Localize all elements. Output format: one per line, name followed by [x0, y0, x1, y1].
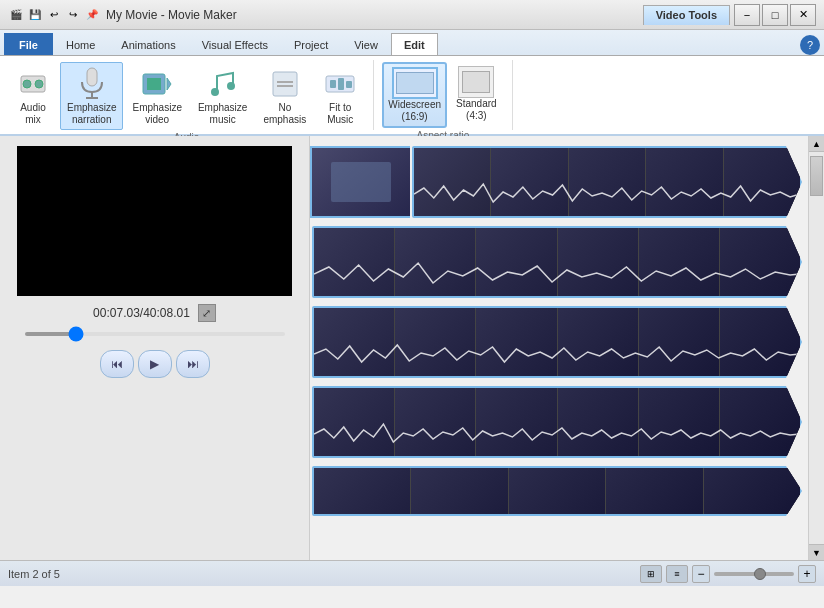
- track-5-content: [314, 468, 800, 514]
- track-4-container: [310, 386, 802, 458]
- tab-edit[interactable]: Edit: [391, 33, 438, 55]
- svg-rect-17: [346, 81, 352, 88]
- svg-point-9: [211, 88, 219, 96]
- emphasize-video-button[interactable]: Emphasize video: [125, 62, 188, 130]
- play-button[interactable]: ▶: [138, 350, 172, 378]
- narration-icon: [74, 66, 110, 102]
- scroll-up-button[interactable]: ▲: [809, 136, 824, 152]
- svg-rect-16: [338, 78, 344, 90]
- status-bar: Item 2 of 5 ⊞ ≡ − +: [0, 560, 824, 586]
- track-2-content: [314, 228, 800, 296]
- narration-label: Emphasize narration: [67, 102, 116, 126]
- tab-visual-effects[interactable]: Visual Effects: [189, 33, 281, 55]
- video-tools-tab[interactable]: Video Tools: [643, 5, 730, 25]
- scroll-thumb[interactable]: [810, 156, 823, 196]
- preview-panel: 00:07.03/40:08.01 ⤢ ⏮ ▶ ⏭: [0, 136, 310, 560]
- status-icons: ⊞ ≡: [640, 565, 688, 583]
- svg-rect-15: [330, 80, 336, 88]
- track-4[interactable]: [312, 386, 802, 458]
- save-icon[interactable]: 💾: [27, 7, 43, 23]
- zoom-slider[interactable]: [714, 572, 794, 576]
- grid-view-button[interactable]: ⊞: [640, 565, 662, 583]
- emphasize-music-button[interactable]: Emphasize music: [191, 62, 254, 130]
- fit-music-label: Fit to Music: [327, 102, 353, 126]
- redo-icon[interactable]: ↪: [65, 7, 81, 23]
- no-emphasis-button[interactable]: No emphasis: [256, 62, 313, 130]
- svg-rect-8: [147, 78, 161, 90]
- ribbon-group-audio: Audio mix Emphasize narration: [0, 60, 374, 130]
- track-1-thumb: [310, 146, 410, 218]
- video-label: Emphasize video: [132, 102, 181, 126]
- audio-mix-icon: [15, 66, 51, 102]
- rewind-button[interactable]: ⏮: [100, 350, 134, 378]
- standard-button[interactable]: Standard (4:3): [449, 62, 504, 126]
- audio-mix-button[interactable]: Audio mix: [8, 62, 58, 130]
- tab-project[interactable]: Project: [281, 33, 341, 55]
- scroll-down-button[interactable]: ▼: [809, 544, 824, 560]
- minimize-button[interactable]: −: [734, 4, 760, 26]
- undo-icon[interactable]: ↩: [46, 7, 62, 23]
- audio-buttons: Audio mix Emphasize narration: [8, 62, 365, 130]
- zoom-in-button[interactable]: +: [798, 565, 816, 583]
- timeline-scroll[interactable]: [310, 136, 808, 560]
- list-view-button[interactable]: ≡: [666, 565, 688, 583]
- tab-home[interactable]: Home: [53, 33, 108, 55]
- ribbon-tabs: File Home Animations Visual Effects Proj…: [0, 30, 824, 56]
- scrollbar[interactable]: ▲ ▼: [808, 136, 824, 560]
- title-bar-left: 🎬 💾 ↩ ↪ 📌 My Movie - Movie Maker: [8, 7, 237, 23]
- tab-animations[interactable]: Animations: [108, 33, 188, 55]
- svg-marker-7: [167, 78, 171, 90]
- help-button[interactable]: ?: [800, 35, 820, 55]
- svg-point-1: [23, 80, 31, 88]
- standard-label: Standard (4:3): [456, 98, 497, 122]
- track-3[interactable]: [312, 306, 802, 378]
- track-3-content: [314, 308, 800, 376]
- tab-file[interactable]: File: [4, 33, 53, 55]
- track-4-content: [314, 388, 800, 456]
- track-5[interactable]: [312, 466, 802, 516]
- fit-to-music-button[interactable]: Fit to Music: [315, 62, 365, 130]
- svg-point-10: [227, 82, 235, 90]
- timeline-panel: [310, 136, 808, 560]
- scrubber-input[interactable]: [25, 332, 285, 336]
- standard-icon: [458, 66, 494, 98]
- track-2-waveform: [314, 260, 800, 288]
- preview-time-row: 00:07.03/40:08.01 ⤢: [93, 304, 216, 322]
- scroll-track: [809, 152, 824, 544]
- no-emphasis-label: No emphasis: [263, 102, 306, 126]
- close-button[interactable]: ✕: [790, 4, 816, 26]
- track-2-container: [310, 226, 802, 298]
- scrubber-container[interactable]: [25, 326, 285, 338]
- track-1[interactable]: [412, 146, 802, 218]
- zoom-thumb: [754, 568, 766, 580]
- no-emphasis-icon: [267, 66, 303, 102]
- title-bar: 🎬 💾 ↩ ↪ 📌 My Movie - Movie Maker Video T…: [0, 0, 824, 30]
- pin-icon: 📌: [84, 7, 100, 23]
- zoom-out-button[interactable]: −: [692, 565, 710, 583]
- fullscreen-button[interactable]: ⤢: [198, 304, 216, 322]
- main-content: 00:07.03/40:08.01 ⤢ ⏮ ▶ ⏭: [0, 136, 824, 560]
- ribbon-group-aspect: Widescreen (16:9) Standard (4:3) Aspect …: [374, 60, 512, 130]
- title-bar-icons: 🎬 💾 ↩ ↪ 📌: [8, 7, 100, 23]
- maximize-button[interactable]: □: [762, 4, 788, 26]
- aspect-buttons: Widescreen (16:9) Standard (4:3): [382, 62, 503, 128]
- music-icon: [205, 66, 241, 102]
- widescreen-button[interactable]: Widescreen (16:9): [382, 62, 447, 128]
- audio-mix-label: Audio mix: [20, 102, 46, 126]
- video-icon: [139, 66, 175, 102]
- svg-point-2: [35, 80, 43, 88]
- time-code: 00:07.03/40:08.01: [93, 306, 190, 320]
- app-icon: 🎬: [8, 7, 24, 23]
- tab-view[interactable]: View: [341, 33, 391, 55]
- track-5-container: [310, 466, 802, 516]
- track-1-waveform: [414, 180, 800, 208]
- preview-controls: ⏮ ▶ ⏭: [100, 350, 210, 378]
- ribbon: Audio mix Emphasize narration: [0, 56, 824, 136]
- video-preview: [17, 146, 292, 296]
- emphasize-narration-button[interactable]: Emphasize narration: [60, 62, 123, 130]
- window-controls: − □ ✕: [734, 4, 816, 26]
- track-2[interactable]: [312, 226, 802, 298]
- svg-rect-11: [273, 72, 297, 96]
- track-3-container: [310, 306, 802, 378]
- forward-button[interactable]: ⏭: [176, 350, 210, 378]
